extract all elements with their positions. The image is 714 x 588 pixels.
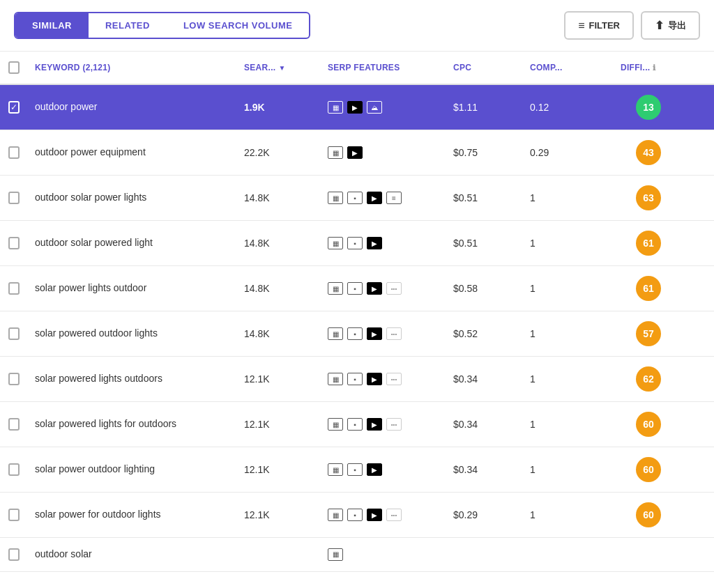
- cpc-cell: [446, 545, 523, 564]
- diff-cell: 61: [614, 266, 683, 311]
- row-checkbox[interactable]: [8, 192, 20, 204]
- row-check-cell: [0, 318, 28, 350]
- export-label: 导出: [668, 20, 686, 32]
- comp-cell: 1: [523, 409, 614, 440]
- filter-button[interactable]: ≡ FILTER: [564, 11, 634, 40]
- diff-badge: 61: [636, 231, 661, 256]
- search-value: 14.8K: [244, 328, 270, 339]
- search-value: 12.1K: [244, 464, 270, 475]
- image-grid-icon: ▪: [347, 237, 363, 249]
- diff-badge: 60: [636, 412, 661, 437]
- keyword-text: solar power lights outdoor: [35, 282, 146, 293]
- cpc-cell: $0.75: [446, 137, 523, 168]
- more-icon: •••: [386, 509, 402, 521]
- search-value: 22.2K: [244, 147, 270, 158]
- search-cell: 12.1K: [237, 454, 321, 485]
- serp-cell: ▦: [321, 539, 446, 571]
- diff-cell: 43: [614, 130, 683, 175]
- row-checkbox[interactable]: [8, 146, 20, 159]
- search-cell-highlighted: 1.9K: [237, 92, 321, 123]
- diff-value: 62: [643, 373, 654, 385]
- diff-badge: 62: [636, 366, 661, 392]
- comp-value-highlighted: 0.12: [530, 102, 549, 113]
- diff-value: 57: [643, 328, 654, 339]
- table-row: outdoor solar powered light 14.8K ▦▪▶ $0…: [0, 221, 714, 266]
- table-row: solar power lights outdoor 14.8K ▦▪▶••• …: [0, 266, 714, 311]
- comp-value: 1: [530, 464, 536, 475]
- search-cell: 14.8K: [237, 183, 321, 213]
- th-search[interactable]: SEAR... ▼: [237, 52, 321, 84]
- keyword-cell: solar powered lights outdoors: [28, 362, 237, 396]
- shopping-icon: ▦: [328, 463, 343, 476]
- comp-cell: 1: [523, 228, 614, 258]
- cpc-cell: $0.51: [446, 228, 523, 258]
- search-value: 12.1K: [244, 509, 270, 520]
- comp-cell: 1: [523, 500, 614, 530]
- diff-cell-highlighted: 13: [614, 85, 683, 130]
- video-icon: ▶: [367, 509, 382, 521]
- row-checkbox[interactable]: [8, 418, 20, 431]
- search-cell: 14.8K: [237, 228, 321, 258]
- row-checkbox[interactable]: [8, 237, 20, 249]
- cpc-cell: $0.29: [446, 500, 523, 530]
- shopping-icon: ▦: [328, 282, 343, 295]
- diff-value: 61: [643, 238, 654, 249]
- tabs-bar: SIMILAR RELATED LOW SEARCH VOLUME ≡ FILT…: [0, 0, 714, 52]
- comp-cell: 1: [523, 364, 614, 394]
- keyword-cell: outdoor power equipment: [28, 136, 237, 169]
- image-grid-icon: ▪: [347, 327, 363, 340]
- keyword-text-highlighted: outdoor power: [35, 101, 98, 112]
- image-grid-icon: ▪: [347, 463, 363, 476]
- video-icon: ▶: [367, 282, 382, 295]
- diff-value: 61: [643, 283, 654, 294]
- keyword-cell-highlighted: outdoor power: [28, 91, 237, 124]
- tab-similar[interactable]: SIMILAR: [15, 13, 89, 38]
- filter-icon: ≡: [578, 20, 584, 32]
- diff-value: 60: [643, 509, 654, 520]
- tab-low-search-volume[interactable]: LOW SEARCH VOLUME: [167, 13, 310, 38]
- search-cell: 12.1K: [237, 500, 321, 530]
- search-value: 12.1K: [244, 373, 270, 385]
- diff-value: 63: [643, 192, 654, 203]
- th-serp-label: SERP FEATURES: [328, 63, 400, 72]
- video-icon: ▶: [367, 192, 382, 204]
- list-icon: ≡: [386, 192, 402, 204]
- row-checkbox[interactable]: [8, 327, 20, 340]
- th-diff: DIFFI... ℹ: [614, 52, 683, 84]
- th-serp: SERP FEATURES: [321, 52, 446, 84]
- more-icon: •••: [386, 418, 402, 431]
- diff-badge: 60: [636, 502, 661, 527]
- row-checkbox[interactable]: [8, 373, 20, 385]
- export-button[interactable]: ⬆ 导出: [641, 11, 700, 40]
- cpc-value: $0.29: [453, 509, 478, 520]
- select-all-checkbox[interactable]: [8, 61, 20, 74]
- comp-value: 1: [530, 328, 536, 339]
- row-checkbox[interactable]: [8, 463, 20, 476]
- diff-cell: 57: [614, 311, 683, 356]
- keyword-cell: solar power outdoor lighting: [28, 453, 237, 486]
- image-grid-icon: ▪: [347, 418, 363, 431]
- shopping-icon: ▦: [328, 237, 343, 249]
- th-cpc: CPC: [446, 52, 523, 84]
- video-icon: ▶: [347, 101, 363, 114]
- info-icon[interactable]: ℹ: [653, 63, 655, 72]
- row-checkbox[interactable]: [8, 282, 20, 295]
- diff-badge: 43: [636, 140, 661, 165]
- comp-value: 1: [530, 283, 536, 294]
- row-checkbox-highlighted[interactable]: [8, 101, 20, 114]
- tab-related[interactable]: RELATED: [89, 13, 167, 38]
- cpc-cell-highlighted: $1.11: [446, 92, 523, 123]
- row-checkbox[interactable]: [8, 548, 20, 561]
- more-icon: •••: [386, 373, 402, 385]
- image-grid-icon: ▪: [347, 509, 363, 521]
- cpc-value: $0.75: [453, 147, 478, 158]
- video-icon: ▶: [367, 463, 382, 476]
- table-header: KEYWORD (2,121) SEAR... ▼ SERP FEATURES …: [0, 52, 714, 85]
- table-row: outdoor solar ▦: [0, 538, 714, 572]
- cpc-value-highlighted: $1.11: [453, 102, 478, 113]
- search-value-highlighted: 1.9K: [244, 102, 265, 113]
- row-checkbox[interactable]: [8, 509, 20, 521]
- cpc-cell: $0.34: [446, 454, 523, 485]
- shopping-icon: ▦: [328, 548, 343, 561]
- search-cell: 14.8K: [237, 273, 321, 304]
